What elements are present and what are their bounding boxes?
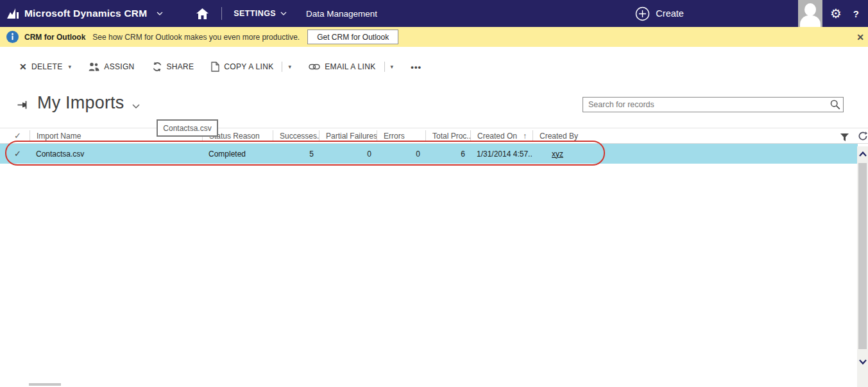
dynamics-logo-icon: [6, 8, 19, 19]
check-icon: ✓: [14, 131, 21, 141]
search-input[interactable]: [583, 97, 844, 112]
horizontal-scrollbar-thumb[interactable]: [29, 383, 61, 386]
avatar-body: [800, 15, 821, 27]
share-icon: [152, 62, 162, 72]
avatar-head: [804, 3, 816, 16]
scroll-down-icon[interactable]: [857, 356, 868, 368]
assign-button[interactable]: ASSIGN: [89, 62, 134, 71]
top-navigation-bar: Microsoft Dynamics CRM SETTINGS Data Man…: [0, 0, 868, 27]
column-header-errors[interactable]: Errors: [377, 130, 425, 141]
check-icon: ✓: [14, 149, 21, 159]
cell-successes: 5: [273, 150, 319, 159]
copy-link-button[interactable]: COPY A LINK ▾: [211, 62, 291, 72]
cell-partial-failures: 0: [319, 150, 377, 159]
command-toolbar: ✕ DELETE ▾ ASSIGN SHARE COPY A LINK ▾: [0, 56, 868, 77]
email-link-button[interactable]: EMAIL A LINK ▾: [309, 62, 393, 72]
column-header-created-by[interactable]: Created By: [532, 130, 590, 141]
chevron-down-icon: [157, 12, 163, 15]
gear-icon[interactable]: ⚙: [830, 7, 842, 20]
notification-title: CRM for Outlook: [24, 33, 85, 42]
vertical-scrollbar[interactable]: [857, 146, 868, 387]
plus-circle-icon: [635, 6, 650, 21]
document-icon: [211, 62, 219, 72]
nav-settings-menu[interactable]: SETTINGS: [234, 9, 287, 18]
column-header-label: Created On: [477, 132, 517, 141]
cell-status-reason: Completed: [202, 150, 273, 159]
create-button[interactable]: Create: [635, 6, 684, 21]
share-label: SHARE: [167, 62, 194, 71]
close-icon[interactable]: ✕: [856, 32, 864, 42]
home-icon[interactable]: [196, 8, 208, 19]
column-header-created-on[interactable]: Created On ↑: [470, 130, 532, 141]
view-title-row: My Imports: [0, 92, 868, 120]
page-title: My Imports: [37, 93, 124, 113]
link-chain-icon: [309, 64, 320, 70]
column-header-label: Partial Failures: [326, 132, 377, 141]
column-header-label: Created By: [540, 132, 578, 141]
column-header-successes[interactable]: Successes...: [273, 130, 319, 141]
chevron-down-icon: [280, 12, 287, 15]
cell-import-name: Contactsa.csv: [30, 150, 202, 159]
cell-total-processed: 6: [425, 150, 470, 159]
select-all-checkbox[interactable]: ✓: [14, 130, 30, 141]
created-by-link[interactable]: xyz: [552, 150, 563, 159]
tooltip: Contactsa.csv: [157, 119, 218, 137]
copy-link-label: COPY A LINK: [224, 62, 273, 71]
toolbar-separator: [282, 62, 282, 72]
delete-label: DELETE: [31, 62, 62, 71]
column-header-label: Import Name: [37, 132, 81, 141]
pin-icon[interactable]: [17, 100, 30, 112]
notification-message: See how CRM for Outlook makes you even m…: [92, 33, 300, 42]
cell-created-on: 1/31/2014 4:57...: [470, 150, 532, 159]
search-icon[interactable]: [830, 99, 840, 112]
cell-errors: 0: [377, 150, 425, 159]
crm-outlook-notification-bar: CRM for Outlook See how CRM for Outlook …: [0, 27, 868, 47]
settings-label: SETTINGS: [234, 9, 276, 18]
search-box: [583, 97, 844, 112]
toolbar-separator: [384, 62, 385, 72]
delete-button[interactable]: ✕ DELETE ▾: [19, 62, 71, 72]
column-header-label: Errors: [384, 132, 405, 141]
breadcrumb-data-management[interactable]: Data Management: [306, 9, 377, 19]
scroll-up-icon[interactable]: [857, 148, 868, 160]
email-link-label: EMAIL A LINK: [325, 62, 375, 71]
chevron-down-icon: [132, 99, 140, 111]
sort-ascending-icon: ↑: [523, 132, 527, 141]
user-avatar[interactable]: [798, 0, 822, 27]
table-row[interactable]: ✓ Contactsa.csv Completed 5 0 0 6 1/31/2…: [0, 144, 858, 164]
assign-label: ASSIGN: [104, 62, 134, 71]
info-icon: [6, 31, 19, 43]
cell-created-by: xyz: [532, 150, 590, 159]
more-commands-button[interactable]: •••: [411, 62, 421, 72]
refresh-icon[interactable]: [858, 132, 867, 143]
share-button[interactable]: SHARE: [152, 62, 194, 72]
row-checkbox[interactable]: ✓: [14, 149, 30, 159]
assign-people-icon: [89, 62, 99, 71]
view-selector[interactable]: My Imports: [37, 93, 140, 113]
create-label: Create: [656, 8, 684, 19]
column-header-label: Successes...: [280, 132, 319, 141]
chevron-down-icon: ▾: [69, 64, 72, 70]
filter-icon[interactable]: [840, 132, 849, 144]
app-window: Microsoft Dynamics CRM SETTINGS Data Man…: [0, 0, 868, 387]
dynamics-crm-home-menu[interactable]: Microsoft Dynamics CRM: [6, 8, 163, 19]
column-header-label: Total Proc...: [432, 132, 470, 141]
brand-title: Microsoft Dynamics CRM: [24, 8, 147, 19]
nav-divider: [221, 7, 222, 20]
help-button[interactable]: ?: [853, 8, 859, 19]
vertical-scrollbar-thumb[interactable]: [858, 163, 867, 349]
column-header-partial-failures[interactable]: Partial Failures: [319, 130, 377, 141]
chevron-down-icon[interactable]: ▾: [288, 64, 291, 70]
chevron-down-icon[interactable]: ▾: [391, 64, 394, 70]
delete-x-icon: ✕: [19, 62, 27, 72]
grid-header-row: ✓ Import Name Status Reason Successes...…: [0, 128, 868, 144]
get-crm-outlook-button[interactable]: Get CRM for Outlook: [307, 30, 398, 44]
column-header-total-processed[interactable]: Total Proc...: [425, 130, 470, 141]
